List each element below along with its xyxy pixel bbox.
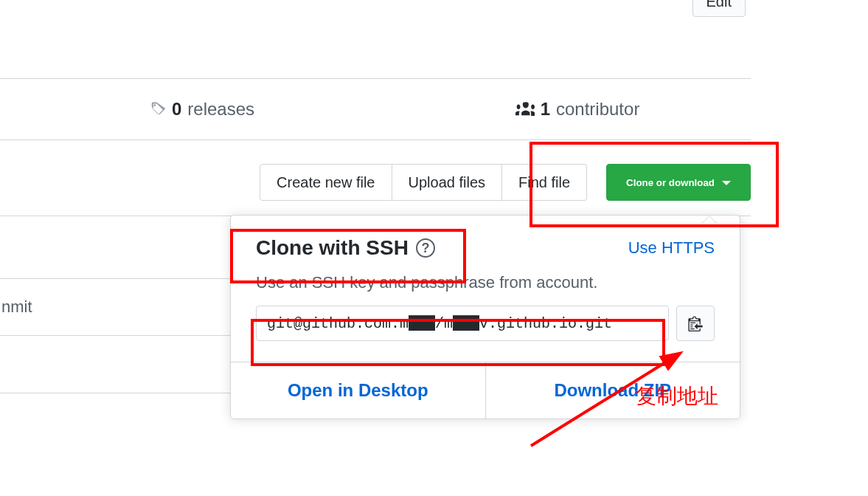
- releases-count: 0: [172, 99, 181, 120]
- people-icon: [515, 101, 535, 117]
- releases-link[interactable]: 0 releases: [0, 79, 404, 140]
- clone-or-download-button[interactable]: Clone or download: [606, 164, 751, 201]
- contributor-count: 1: [541, 99, 550, 120]
- clone-title-text: Clone with SSH: [256, 236, 409, 260]
- use-https-link[interactable]: Use HTTPS: [628, 238, 715, 258]
- open-in-desktop-button[interactable]: Open in Desktop: [231, 362, 485, 418]
- edit-button[interactable]: Edit: [692, 0, 746, 17]
- upload-files-button[interactable]: Upload files: [392, 164, 503, 201]
- file-row-stub: [0, 334, 230, 393]
- clone-description: Use an SSH key and passphrase from accou…: [256, 273, 715, 292]
- download-zip-button[interactable]: Download ZIP: [485, 362, 740, 418]
- help-icon[interactable]: ?: [416, 238, 435, 258]
- clone-or-download-label: Clone or download: [626, 177, 715, 188]
- clipboard-icon: [688, 315, 703, 331]
- clone-dropdown-panel: Clone with SSH ? Use HTTPS Use an SSH ke…: [230, 215, 740, 419]
- contributor-label: contributor: [556, 99, 639, 120]
- copy-url-button[interactable]: [676, 306, 715, 341]
- tag-icon: [150, 101, 166, 117]
- file-btn-group: Create new file Upload files Find file: [260, 164, 587, 201]
- releases-label: releases: [187, 99, 254, 120]
- clone-with-ssh-heading: Clone with SSH ?: [256, 236, 435, 260]
- create-new-file-button[interactable]: Create new file: [260, 164, 392, 201]
- caret-down-icon: [722, 181, 731, 190]
- repo-stats-row: 0 releases 1 contributor: [0, 78, 751, 140]
- find-file-button[interactable]: Find file: [502, 164, 587, 201]
- commit-label-stub: nmit: [1, 297, 32, 317]
- commit-row-stub: nmit: [0, 278, 230, 336]
- file-actions-row: Create new file Upload files Find file C…: [0, 164, 751, 201]
- contributors-link[interactable]: 1 contributor: [404, 79, 751, 140]
- clone-url-input[interactable]: [256, 306, 669, 341]
